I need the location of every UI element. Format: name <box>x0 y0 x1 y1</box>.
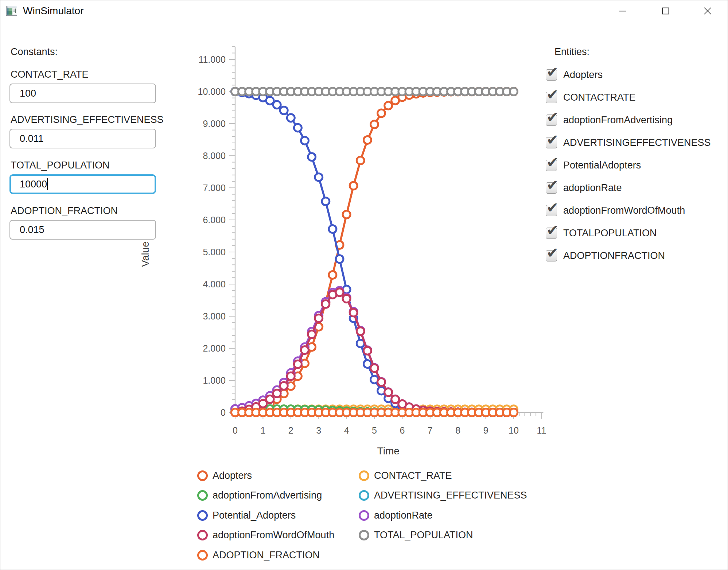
x-tick-label: 5 <box>372 425 377 435</box>
total-population-input[interactable] <box>9 174 156 194</box>
x-tick-label: 2 <box>288 425 293 435</box>
data-point-marker <box>343 295 350 303</box>
legend-marker-icon <box>359 510 369 521</box>
entity-label: ADVERTISINGEFFECTIVENESS <box>563 137 711 148</box>
adoption-fraction-input[interactable] <box>9 220 156 240</box>
x-tick-label: 7 <box>428 425 433 435</box>
maximize-icon <box>661 6 670 16</box>
data-point-marker <box>301 346 309 354</box>
data-point-marker <box>329 271 336 279</box>
legend-marker-icon <box>197 550 208 561</box>
series-adoptionFromWordOfMouth <box>231 288 518 416</box>
minimize-button[interactable] <box>609 0 636 22</box>
data-point-marker <box>510 88 518 96</box>
legend-marker-icon <box>359 530 369 540</box>
entity-label: adoptionFromWordOfMouth <box>563 205 685 216</box>
data-point-marker <box>378 378 385 386</box>
data-point-marker <box>363 136 371 144</box>
legend-label: CONTACT_RATE <box>374 470 452 481</box>
x-tick-label: 6 <box>400 425 405 435</box>
window-title: WinSimulator <box>23 5 83 17</box>
app-icon <box>6 6 17 16</box>
data-point-marker <box>322 300 330 308</box>
chart-plot: 01.0002.0003.0004.0005.0006.0007.0008.00… <box>139 44 580 464</box>
data-point-marker <box>378 109 385 117</box>
data-point-marker <box>273 389 281 397</box>
legend-marker-icon <box>359 470 369 481</box>
minimize-icon <box>618 6 627 16</box>
legend-label: Adopters <box>213 470 252 481</box>
x-axis-title: Time <box>377 445 400 457</box>
data-point-marker <box>315 314 323 322</box>
x-tick-label: 9 <box>483 425 488 435</box>
x-tick-label: 10 <box>509 425 519 435</box>
legend-item-ADOPTION_FRACTION: ADOPTION_FRACTION <box>197 545 334 565</box>
legend-label: TOTAL_POPULATION <box>374 530 473 541</box>
y-axis-title: Value <box>140 170 151 338</box>
winsimulator-window: WinSimulator Constants: CONTACT_RATE ADV… <box>0 0 728 570</box>
advertising-effectiveness-input[interactable] <box>9 129 156 148</box>
data-point-marker <box>336 288 343 296</box>
data-point-marker <box>287 372 295 380</box>
x-tick-label: 4 <box>344 425 349 435</box>
data-point-marker <box>336 255 343 263</box>
data-point-marker <box>308 153 316 161</box>
data-point-marker <box>329 225 336 233</box>
data-point-marker <box>287 114 295 122</box>
legend-item-TOTAL_POPULATION: TOTAL_POPULATION <box>359 526 527 546</box>
y-tick-label: 11.000 <box>198 54 226 65</box>
data-point-marker <box>343 211 350 218</box>
series-TOTAL_POPULATION <box>231 88 518 96</box>
legend-label: ADOPTION_FRACTION <box>213 550 320 561</box>
y-tick-label: 2.000 <box>203 343 226 353</box>
series-ADOPTION_FRACTION <box>231 409 518 416</box>
data-point-marker <box>371 121 378 128</box>
data-point-marker <box>357 327 364 335</box>
y-tick-label: 8.000 <box>203 151 226 161</box>
data-point-marker <box>322 198 330 205</box>
data-point-marker <box>392 396 399 403</box>
data-point-marker <box>294 360 301 368</box>
close-button[interactable] <box>694 0 721 22</box>
data-point-marker <box>280 382 288 390</box>
maximize-button[interactable] <box>652 0 680 22</box>
data-point-marker <box>301 137 309 144</box>
legend-item-CONTACT_RATE: CONTACT_RATE <box>359 466 527 486</box>
contact-rate-input[interactable] <box>9 84 156 103</box>
data-point-marker <box>273 101 281 109</box>
data-point-marker <box>308 330 316 338</box>
data-point-marker <box>510 409 518 416</box>
y-tick-label: 0 <box>221 407 226 418</box>
total-population-label: TOTAL_POPULATION <box>11 160 110 171</box>
chart-canvas: Value 01.0002.0003.0004.0005.0006.0007.0… <box>139 44 580 464</box>
legend-label: adoptionFromAdvertising <box>213 490 322 501</box>
data-point-marker <box>280 106 288 114</box>
legend-label: ADVERTISING_EFFECTIVENESS <box>374 490 527 501</box>
legend-marker-icon <box>197 470 208 481</box>
y-tick-label: 6.000 <box>203 215 226 225</box>
y-tick-label: 4.000 <box>203 279 226 289</box>
close-icon <box>702 6 713 16</box>
legend-label: adoptionFromWordOfMouth <box>213 530 334 541</box>
x-tick-label: 3 <box>316 425 321 435</box>
data-point-marker <box>371 364 378 372</box>
data-point-marker <box>357 157 364 164</box>
legend-item-adoptionFromWordOfMouth: adoptionFromWordOfMouth <box>197 526 334 546</box>
legend-marker-icon <box>197 530 208 540</box>
title-bar[interactable]: WinSimulator <box>0 0 728 22</box>
x-tick-label: 8 <box>455 425 460 435</box>
data-point-marker <box>385 388 392 396</box>
data-point-marker <box>363 347 371 354</box>
y-tick-label: 3.000 <box>203 311 226 321</box>
y-tick-label: 10.000 <box>198 86 226 97</box>
data-point-marker <box>294 124 301 132</box>
constants-heading: Constants: <box>11 46 58 58</box>
text-cursor <box>47 178 48 190</box>
y-tick-label: 1.000 <box>203 375 226 385</box>
contact-rate-label: CONTACT_RATE <box>11 69 89 80</box>
data-point-marker <box>350 182 357 190</box>
legend-item-Potential_Adopters: Potential_Adopters <box>197 505 334 526</box>
y-tick-label: 7.000 <box>203 183 226 193</box>
legend-marker-icon <box>359 490 369 501</box>
legend-marker-icon <box>197 490 208 501</box>
